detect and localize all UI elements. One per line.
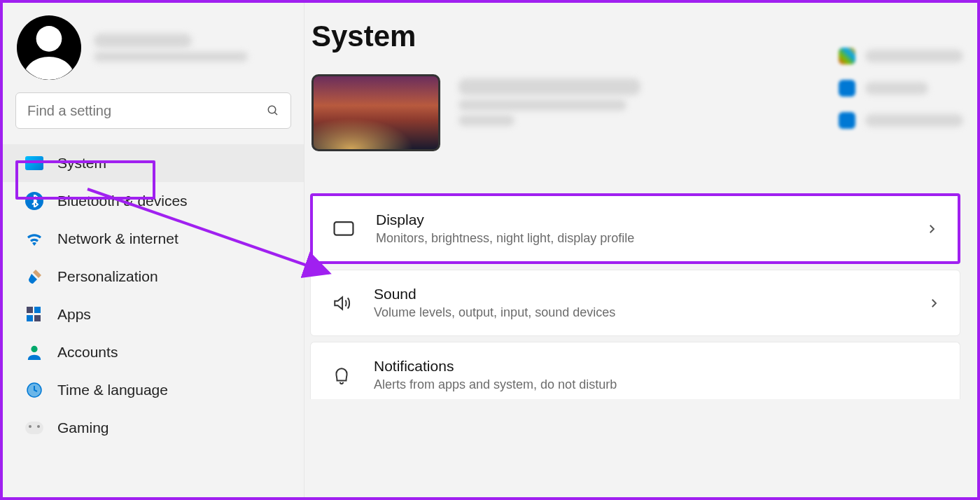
sidebar-item-accounts[interactable]: Accounts [3,333,304,371]
clock-globe-icon [25,381,43,399]
bell-icon [330,364,353,387]
setting-subtitle: Volume levels, output, input, sound devi… [374,305,906,320]
search-input[interactable] [15,92,291,129]
sound-icon [330,292,353,314]
setting-title: Sound [374,286,906,303]
search-icon [267,104,279,117]
setting-title: Notifications [374,358,940,375]
wifi-icon [25,230,43,248]
paintbrush-icon [25,268,43,286]
sidebar-item-label: Network & internet [57,230,178,247]
profile-name-blurred [94,29,290,66]
sidebar: System Bluetooth & devices Network & int… [3,3,304,497]
search-field[interactable] [27,103,267,119]
svg-point-0 [36,26,62,52]
sidebar-item-personalization[interactable]: Personalization [3,258,304,296]
setting-subtitle: Monitors, brightness, night light, displ… [376,231,904,246]
sidebar-item-label: Accounts [57,344,118,361]
sidebar-item-label: Personalization [57,268,158,285]
setting-subtitle: Alerts from apps and system, do not dist… [374,377,940,392]
svg-line-2 [274,112,277,115]
sidebar-item-label: Gaming [57,419,109,436]
quick-links-blurred [839,32,963,144]
setting-title: Display [376,211,904,228]
sidebar-item-label: System [57,155,106,172]
device-name-blurred [458,74,640,130]
system-icon [25,154,43,172]
nav: System Bluetooth & devices Network & int… [3,144,304,497]
avatar[interactable] [17,15,81,80]
settings-list: Display Monitors, brightness, night ligh… [310,193,960,399]
sidebar-item-bluetooth[interactable]: Bluetooth & devices [3,182,304,220]
chevron-right-icon [925,223,938,235]
sidebar-item-time-language[interactable]: Time & language [3,371,304,409]
setting-sound[interactable]: Sound Volume levels, output, input, soun… [310,270,960,336]
svg-point-1 [268,106,276,113]
sidebar-item-apps[interactable]: Apps [3,296,304,333]
profile-section[interactable] [3,15,304,92]
gamepad-icon [25,419,43,437]
svg-rect-6 [335,222,354,235]
sidebar-item-network[interactable]: Network & internet [3,220,304,258]
display-icon [332,218,355,240]
apps-icon [25,305,43,324]
sidebar-item-label: Time & language [57,382,168,398]
setting-notifications[interactable]: Notifications Alerts from apps and syste… [310,342,960,399]
sidebar-item-system[interactable]: System [3,144,304,182]
device-thumbnail[interactable] [312,74,440,151]
bluetooth-icon [25,192,43,210]
svg-point-3 [31,346,37,352]
setting-display[interactable]: Display Monitors, brightness, night ligh… [310,193,960,264]
device-info-section [312,74,963,151]
sidebar-item-gaming[interactable]: Gaming [3,409,304,447]
sidebar-item-label: Bluetooth & devices [57,193,188,209]
person-icon [25,343,43,361]
chevron-right-icon [927,297,940,310]
sidebar-item-label: Apps [57,306,91,323]
main-pane: System Display Monitors, brightness, nig… [304,3,977,497]
